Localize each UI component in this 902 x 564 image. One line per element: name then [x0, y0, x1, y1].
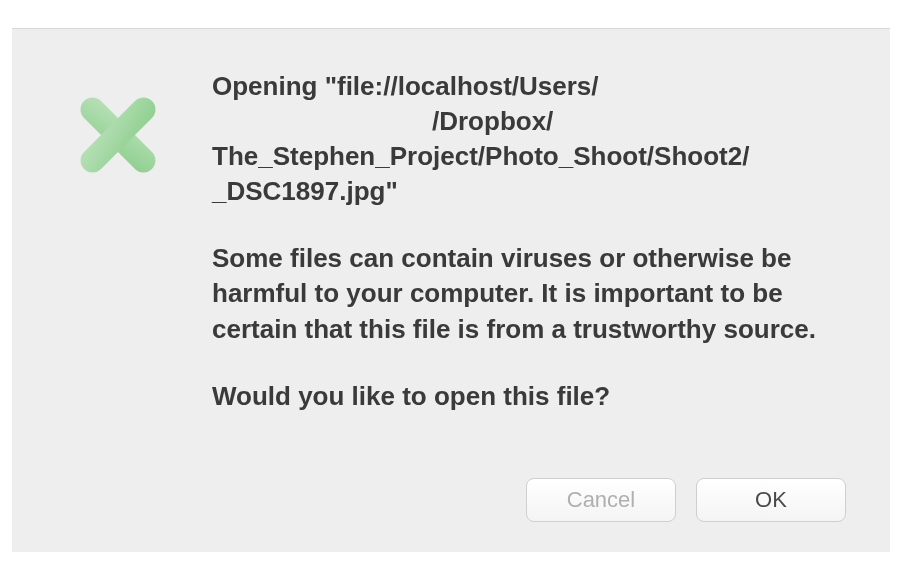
- dialog-content: Opening "file://localhost/Users/ /Dropbo…: [52, 69, 850, 448]
- heading-line-2-suffix: /Dropbox/: [432, 106, 553, 136]
- text-column: Opening "file://localhost/Users/ /Dropbo…: [192, 69, 850, 414]
- heading-line-1: Opening "file://localhost/Users/: [212, 71, 599, 101]
- dialog-body: Some files can contain viruses or otherw…: [212, 241, 840, 346]
- security-warning-dialog: Opening "file://localhost/Users/ /Dropbo…: [12, 28, 890, 552]
- ok-button[interactable]: OK: [696, 478, 846, 522]
- icon-column: [52, 69, 192, 199]
- dialog-heading: Opening "file://localhost/Users/ /Dropbo…: [212, 69, 840, 209]
- heading-line-3: The_Stephen_Project/Photo_Shoot/Shoot2/: [212, 141, 749, 171]
- heading-line-4: _DSC1897.jpg": [212, 176, 398, 206]
- button-row: Cancel OK: [52, 448, 850, 522]
- excel-app-icon: [58, 181, 178, 198]
- cancel-button[interactable]: Cancel: [526, 478, 676, 522]
- dialog-question: Would you like to open this file?: [212, 379, 840, 414]
